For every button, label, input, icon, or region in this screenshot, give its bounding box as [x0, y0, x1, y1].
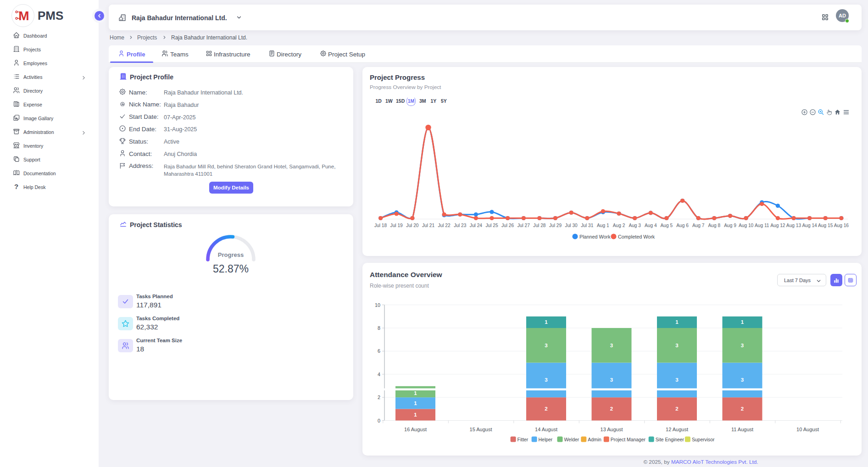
svg-text:Aug 14: Aug 14	[802, 223, 817, 228]
svg-text:Jul 18: Jul 18	[374, 223, 387, 228]
svg-text:Aug 8: Aug 8	[708, 223, 720, 228]
svg-text:Aug 16: Aug 16	[834, 223, 849, 228]
svg-text:Aug 10: Aug 10	[739, 223, 754, 228]
svg-text:Aug 2: Aug 2	[613, 223, 625, 228]
svg-text:Aug 6: Aug 6	[676, 223, 689, 228]
svg-text:Jul 22: Jul 22	[438, 223, 451, 228]
svg-text:Supervisor: Supervisor	[692, 437, 715, 442]
svg-text:Jul 28: Jul 28	[533, 223, 546, 228]
svg-text:Jul 20: Jul 20	[406, 223, 419, 228]
svg-text:Jul 24: Jul 24	[470, 223, 483, 228]
svg-text:Project Manager: Project Manager	[611, 437, 646, 442]
svg-text:Aug 5: Aug 5	[661, 223, 673, 228]
svg-text:10: 10	[375, 302, 380, 308]
svg-text:3: 3	[545, 343, 547, 348]
svg-text:2: 2	[545, 406, 547, 411]
svg-text:Aug 3: Aug 3	[629, 223, 641, 228]
svg-text:1: 1	[545, 319, 548, 325]
svg-text:Aug 4: Aug 4	[645, 223, 657, 228]
svg-text:1: 1	[741, 319, 744, 325]
svg-text:4: 4	[378, 372, 380, 377]
svg-text:15 August: 15 August	[470, 427, 492, 432]
svg-text:13 August: 13 August	[601, 427, 623, 432]
svg-text:6: 6	[378, 348, 380, 354]
svg-text:M: M	[18, 9, 29, 23]
svg-text:Admin: Admin	[588, 437, 601, 442]
svg-text:Jul 30: Jul 30	[565, 223, 578, 228]
svg-text:0: 0	[378, 418, 380, 423]
svg-text:1: 1	[414, 412, 417, 417]
svg-text:3: 3	[675, 377, 678, 383]
svg-text:Aug 13: Aug 13	[786, 223, 801, 228]
svg-text:Jul 27: Jul 27	[517, 223, 530, 228]
svg-text:1: 1	[414, 390, 417, 396]
svg-text:3: 3	[741, 377, 744, 383]
svg-text:Aug 12: Aug 12	[770, 223, 785, 228]
svg-text:16 August: 16 August	[404, 427, 427, 432]
svg-text:Aug 1: Aug 1	[597, 223, 609, 228]
svg-text:Planned Work: Planned Work	[579, 234, 611, 239]
svg-text:Aug 15: Aug 15	[818, 223, 833, 228]
svg-text:8: 8	[378, 325, 380, 331]
svg-text:Site Engineer: Site Engineer	[656, 437, 684, 442]
svg-text:Aug 9: Aug 9	[724, 223, 736, 228]
svg-text:3: 3	[675, 343, 678, 348]
svg-text:Jul 29: Jul 29	[549, 223, 562, 228]
svg-text:12 August: 12 August	[666, 427, 688, 432]
svg-text:Jul 19: Jul 19	[390, 223, 403, 228]
svg-text:3: 3	[545, 377, 547, 383]
svg-text:3: 3	[610, 343, 613, 348]
svg-text:2: 2	[378, 395, 380, 400]
svg-text:14 August: 14 August	[535, 427, 557, 432]
svg-text:Fitter: Fitter	[517, 437, 529, 442]
svg-text:Helper: Helper	[539, 437, 553, 442]
svg-text:3: 3	[741, 343, 744, 348]
svg-text:3: 3	[610, 377, 613, 383]
svg-text:Aug 11: Aug 11	[755, 223, 769, 228]
svg-text:1: 1	[675, 319, 679, 325]
svg-text:Jul 31: Jul 31	[581, 223, 594, 228]
svg-text:2: 2	[610, 406, 613, 411]
svg-text:1: 1	[414, 400, 417, 406]
svg-text:Jul 25: Jul 25	[485, 223, 498, 228]
svg-text:Completed Work: Completed Work	[618, 234, 655, 239]
svg-text:2: 2	[675, 406, 678, 411]
svg-text:Aug 7: Aug 7	[692, 223, 705, 228]
svg-text:10 August: 10 August	[796, 427, 819, 432]
svg-text:Jul 23: Jul 23	[454, 223, 467, 228]
svg-text:Welder: Welder	[564, 437, 579, 442]
svg-text:2: 2	[741, 406, 744, 411]
svg-text:11 August: 11 August	[731, 427, 753, 432]
svg-text:Jul 26: Jul 26	[501, 223, 514, 228]
svg-text:Jul 21: Jul 21	[422, 223, 435, 228]
